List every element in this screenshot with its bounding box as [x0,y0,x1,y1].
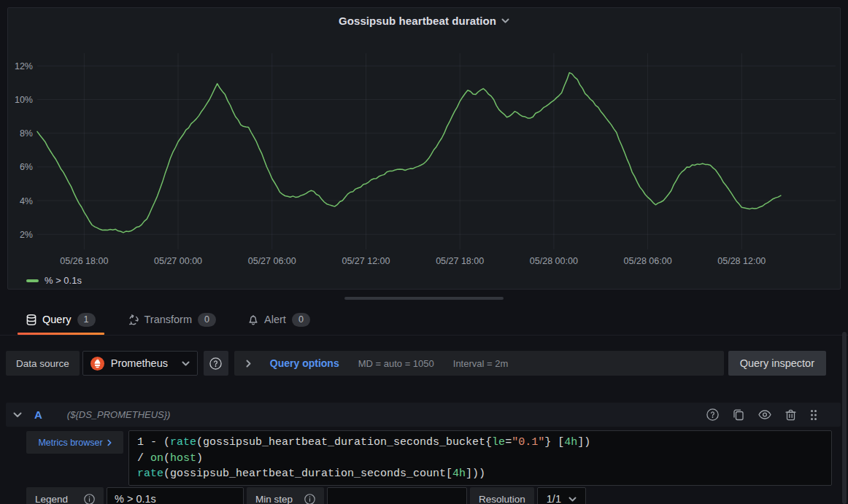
tab-transform-count-badge: 0 [198,313,216,327]
svg-text:4%: 4% [20,196,33,206]
datasource-chevron-down-icon [182,361,190,366]
scrollbar-thumb[interactable] [842,332,847,504]
datasource-label: Data source [6,351,80,376]
svg-text:05/28 12:00: 05/28 12:00 [717,256,766,266]
resolution-label: Resolution [470,487,534,504]
help-circle-icon [209,357,222,370]
query-row-header[interactable]: A (${DS_PROMETHEUS}) [6,403,841,427]
query-datasource-var: (${DS_PROMETHEUS}) [67,409,171,420]
info-circle-icon[interactable] [84,494,95,504]
duplicate-query-button[interactable] [731,407,746,422]
svg-text:05/28 06:00: 05/28 06:00 [624,256,672,266]
tab-alert[interactable]: Alert 0 [239,304,319,335]
query-drag-handle[interactable] [809,408,819,422]
trash-icon [785,409,796,421]
query-options-chevron-right-icon [246,360,251,368]
svg-text:05/26 18:00: 05/26 18:00 [60,256,108,266]
query-options-row: Legend Min step Resolution 1/1 [26,487,586,504]
timeseries-panel: Gossipsub heartbeat duration 2%4%6%8%10%… [7,7,841,290]
delete-query-button[interactable] [784,408,798,422]
database-icon [26,314,36,325]
bell-icon [248,314,258,325]
tab-transform-label: Transform [144,314,193,325]
resize-handle[interactable] [344,297,504,300]
max-data-points-text: MD = auto = 1050 [358,358,434,369]
datasource-value: Prometheus [111,357,175,369]
query-options-label: Query options [270,357,339,369]
chart-legend[interactable]: % > 0.1s [26,275,82,286]
tab-query[interactable]: Query 1 [18,304,104,335]
grip-dots-icon [810,409,817,421]
copy-icon [733,408,744,421]
resolution-chevron-down-icon [568,497,577,502]
legend-format-input[interactable] [107,487,244,504]
interval-text: Interval = 2m [453,358,509,369]
query-inspector-button[interactable]: Query inspector [728,351,826,376]
promql-editor[interactable]: 1 - (rate(gossipsub_heartbeat_duration_s… [128,430,832,486]
datasource-help-button[interactable] [204,351,228,376]
timeseries-chart[interactable]: 2%4%6%8%10%12%05/26 18:0005/27 00:0005/2… [8,34,840,286]
tab-query-count-badge: 1 [77,313,96,327]
panel-title: Gossipsub heartbeat duration [339,15,496,27]
query-help-button[interactable] [705,407,720,422]
svg-text:6%: 6% [20,162,33,172]
query-row-actions [705,407,819,422]
resolution-select[interactable]: 1/1 [537,487,586,504]
legend-series-marker [26,279,39,282]
legend-field-label: Legend [26,487,104,504]
svg-text:10%: 10% [15,95,33,105]
tab-alert-label: Alert [264,314,286,325]
svg-text:05/27 18:00: 05/27 18:00 [436,256,484,266]
question-circle-icon [706,408,719,421]
datasource-select[interactable]: Prometheus [82,351,198,376]
info-circle-icon[interactable] [304,494,315,504]
tab-transform[interactable]: Transform 0 [119,304,226,335]
metrics-browser-label: Metrics browser [38,438,102,448]
query-options-bar[interactable]: Query options MD = auto = 1050 Interval … [234,351,724,376]
tab-alert-count-badge: 0 [292,313,310,327]
metrics-browser-toggle[interactable]: Metrics browser [26,431,123,454]
query-row-collapse-chevron-icon[interactable] [13,412,22,418]
tab-query-label: Query [42,314,72,325]
svg-text:05/27 00:00: 05/27 00:00 [154,256,202,266]
svg-text:8%: 8% [20,128,33,139]
svg-text:05/27 12:00: 05/27 12:00 [342,256,390,266]
min-step-label: Min step [247,487,324,504]
svg-text:2%: 2% [20,230,33,240]
toggle-visibility-button[interactable] [757,408,773,421]
panel-title-chevron-down-icon [501,18,509,23]
metrics-browser-chevron-right-icon [107,439,112,446]
query-toolbar: Data source Prometheus Query options MD … [6,351,826,376]
query-refid: A [34,408,42,421]
svg-text:12%: 12% [15,61,33,71]
svg-text:05/28 00:00: 05/28 00:00 [530,256,578,266]
legend-series-label: % > 0.1s [45,275,82,286]
prometheus-icon [90,357,104,371]
transform-icon [128,314,139,325]
svg-text:05/27 06:00: 05/27 06:00 [248,256,296,266]
tab-bar: Query 1 Transform 0 Alert 0 [0,304,848,336]
panel-header[interactable]: Gossipsub heartbeat duration [8,8,840,33]
eye-icon [758,410,771,419]
min-step-input[interactable] [327,487,467,504]
